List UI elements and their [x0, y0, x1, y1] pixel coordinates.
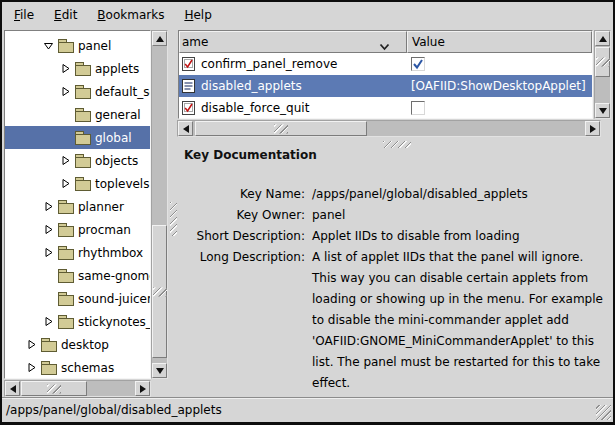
folder-icon	[74, 131, 91, 144]
tree-item-global[interactable]: global	[5, 126, 150, 149]
tree-item-schemas[interactable]: schemas	[5, 356, 150, 379]
gconf-editor-window: File Edit Bookmarks Help panel applets d…	[0, 0, 615, 425]
scrollbar-thumb[interactable]	[152, 225, 167, 358]
tree-horizontal-scrollbar[interactable]	[4, 380, 151, 397]
bool-key-icon	[182, 101, 195, 115]
folder-icon	[57, 292, 74, 305]
tree-item-objects[interactable]: objects	[5, 149, 150, 172]
window-resize-grip[interactable]	[596, 405, 611, 420]
key-row-confirm-panel-remove[interactable]: confirm_panel_remove	[179, 53, 592, 75]
key-row-disabled-applets[interactable]: disabled_applets [OAFIID:ShowDesktopAppl…	[179, 75, 592, 97]
tree-item-desktop[interactable]: desktop	[5, 333, 150, 356]
folder-icon	[74, 62, 91, 75]
arrow-down-icon	[599, 108, 607, 114]
table-vertical-scrollbar[interactable]	[594, 30, 611, 119]
status-path-text: /apps/panel/global/disabled_applets	[6, 403, 222, 417]
menu-bookmarks[interactable]: Bookmarks	[87, 4, 174, 26]
tree-item-label: global	[95, 131, 132, 145]
expander-closed-icon[interactable]	[26, 339, 40, 350]
expander-closed-icon[interactable]	[60, 63, 74, 74]
expander-closed-icon[interactable]	[60, 155, 74, 166]
doc-field-label: Short Description:	[179, 226, 305, 247]
tree-item-panel[interactable]: panel	[5, 34, 150, 57]
tree-item-label: schemas	[61, 361, 114, 375]
key-row-disable-force-quit[interactable]: disable_force_quit	[179, 97, 592, 119]
menu-help-label: elp	[193, 8, 211, 22]
folder-icon	[74, 177, 91, 190]
table-header-row: ame Value	[179, 31, 592, 53]
folder-icon	[57, 39, 74, 52]
folder-tree-panel: panel applets default_se general global …	[3, 29, 170, 398]
tree-item-label: planner	[78, 200, 124, 214]
folder-tree: panel applets default_se general global …	[4, 30, 151, 379]
sort-indicator-icon	[379, 40, 390, 53]
scrollbar-thumb[interactable]	[195, 121, 367, 136]
tree-vertical-scrollbar[interactable]	[151, 30, 168, 379]
folder-icon	[57, 269, 74, 282]
scroll-up-button[interactable]	[152, 31, 167, 46]
tree-item-label: desktop	[61, 338, 109, 352]
menu-bookmarks-label: B	[97, 8, 105, 22]
key-table-panel: ame Value confirm_panel_remove	[177, 29, 611, 121]
arrow-down-icon	[156, 368, 164, 374]
tree-item-label: procman	[78, 223, 131, 237]
expander-open-icon[interactable]	[43, 40, 57, 51]
tree-item-rhythmbox[interactable]: rhythmbox	[5, 241, 150, 264]
thumb-grip	[153, 287, 167, 296]
scroll-up-button[interactable]	[595, 31, 610, 46]
key-documentation-section: Key Documentation Key Name: /apps/panel/…	[179, 146, 611, 396]
menu-edit-label: E	[54, 8, 62, 22]
scroll-right-button[interactable]	[135, 381, 150, 396]
folder-icon	[40, 361, 57, 374]
expander-closed-icon[interactable]	[43, 201, 57, 212]
tree-item-applets[interactable]: applets	[5, 57, 150, 80]
expander-closed-icon[interactable]	[60, 178, 74, 189]
scroll-right-button[interactable]	[585, 121, 600, 136]
expander-closed-icon[interactable]	[43, 247, 57, 258]
doc-field-label: Long Description:	[179, 247, 305, 268]
doc-field-key-name: Key Name: /apps/panel/global/disabled_ap…	[179, 184, 611, 205]
tree-item-sound-juicer[interactable]: sound-juicer	[5, 287, 150, 310]
table-horizontal-scrollbar[interactable]	[177, 120, 601, 137]
status-bar: /apps/panel/global/disabled_applets	[2, 397, 613, 422]
key-name-label: confirm_panel_remove	[201, 57, 337, 71]
arrow-left-icon	[183, 125, 189, 133]
tree-item-label: applets	[95, 62, 139, 76]
menu-help[interactable]: Help	[174, 4, 221, 26]
tree-item-planner[interactable]: planner	[5, 195, 150, 218]
scrollbar-thumb[interactable]	[595, 47, 610, 77]
column-header-name[interactable]: ame	[179, 31, 407, 53]
scrollbar-thumb[interactable]	[21, 381, 87, 396]
tree-item-label: toplevels	[95, 177, 149, 191]
paned-splitter-vertical[interactable]	[170, 29, 177, 398]
expander-closed-icon[interactable]	[43, 316, 57, 327]
tree-item-general[interactable]: general	[5, 103, 150, 126]
bool-key-icon	[182, 57, 195, 71]
tree-item-toplevels[interactable]: toplevels	[5, 172, 150, 195]
scroll-left-button[interactable]	[178, 121, 193, 136]
doc-field-long-description: Long Description: A list of applet IIDs …	[179, 247, 611, 394]
folder-icon	[57, 223, 74, 236]
scroll-left-button[interactable]	[5, 381, 20, 396]
tree-item-label: panel	[78, 39, 111, 53]
scroll-down-button[interactable]	[595, 103, 610, 118]
tree-item-label: general	[95, 108, 141, 122]
doc-field-value: panel	[312, 205, 604, 226]
key-name-cell: disable_force_quit	[179, 101, 407, 115]
expander-closed-icon[interactable]	[43, 224, 57, 235]
checkbox-unchecked[interactable]	[411, 101, 425, 115]
tree-item-stickynotes[interactable]: stickynotes_	[5, 310, 150, 333]
menu-file[interactable]: File	[4, 4, 44, 26]
expander-closed-icon[interactable]	[60, 86, 74, 97]
tree-item-same-gnome[interactable]: same-gnome	[5, 264, 150, 287]
tree-item-label: sound-juicer	[78, 292, 151, 306]
tree-item-default-se[interactable]: default_se	[5, 80, 150, 103]
checkbox-checked[interactable]	[411, 57, 425, 71]
tree-item-procman[interactable]: procman	[5, 218, 150, 241]
menu-bar: File Edit Bookmarks Help	[2, 2, 613, 28]
expander-closed-icon[interactable]	[26, 362, 40, 373]
column-header-value[interactable]: Value	[407, 31, 592, 53]
menu-edit[interactable]: Edit	[44, 4, 87, 26]
folder-icon	[74, 108, 91, 121]
scroll-down-button[interactable]	[152, 363, 167, 378]
